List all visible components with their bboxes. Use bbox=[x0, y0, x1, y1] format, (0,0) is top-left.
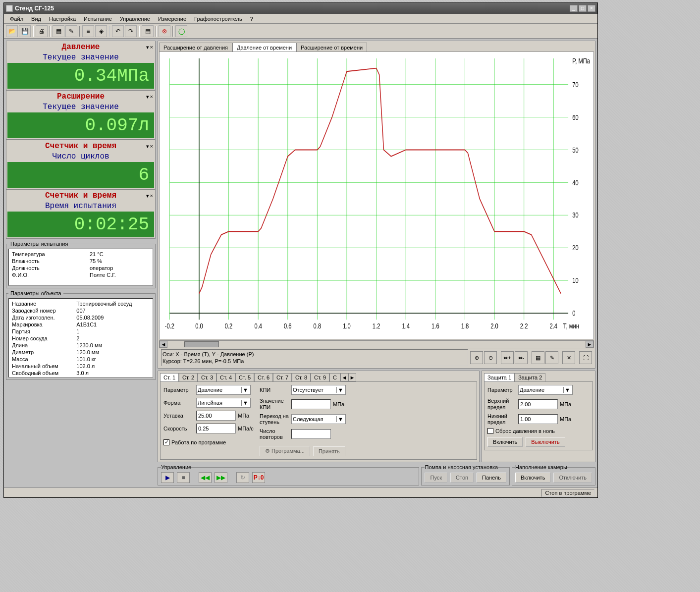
kpi-value-input[interactable] bbox=[291, 399, 331, 409]
menu-file[interactable]: Файл bbox=[7, 15, 26, 23]
tool-icon-2[interactable]: ✎ bbox=[65, 25, 77, 37]
step-tab-prev-icon[interactable]: ◄ bbox=[340, 373, 348, 381]
fill-off-button[interactable]: Отключить bbox=[553, 473, 592, 483]
work-by-program-checkbox[interactable]: ✓ bbox=[163, 439, 169, 445]
chart-tab-2[interactable]: Расширение от времени bbox=[296, 43, 367, 52]
step-tab-8[interactable]: Ст. 9 bbox=[311, 373, 329, 381]
table-row[interactable]: Заводской номер007 bbox=[11, 308, 151, 314]
prot-off-button[interactable]: Выключить bbox=[526, 437, 565, 447]
table-row[interactable]: Влажность75 % bbox=[11, 258, 151, 264]
table-row[interactable]: Температура21 °С bbox=[11, 251, 151, 257]
menu-control[interactable]: Управление bbox=[117, 15, 153, 23]
repeat-input[interactable] bbox=[291, 429, 331, 439]
step-param-select[interactable]: Давление▼ bbox=[196, 385, 251, 395]
zoom-x-out-icon[interactable]: ⇔- bbox=[515, 351, 528, 364]
table-row[interactable]: НазваниеТренировочный сосуд bbox=[11, 301, 151, 307]
print-icon[interactable]: 🖨 bbox=[36, 25, 48, 37]
zoom-edit-icon[interactable]: ✎ bbox=[545, 351, 558, 364]
stop-icon[interactable]: ■ bbox=[177, 472, 190, 483]
gauge-close-icon[interactable]: × bbox=[150, 94, 153, 100]
menu-settings[interactable]: Настройка bbox=[46, 15, 79, 23]
prot-on-button[interactable]: Включить bbox=[487, 437, 523, 447]
play-icon[interactable]: ▶ bbox=[161, 472, 174, 483]
tool-icon-3[interactable]: ≡ bbox=[82, 25, 94, 37]
menu-help[interactable]: ? bbox=[247, 15, 256, 23]
table-row[interactable]: МаркировкаА1В1С1 bbox=[11, 322, 151, 327]
step-tab-next-icon[interactable]: ► bbox=[348, 373, 356, 381]
forward-icon[interactable]: ▶▶ bbox=[215, 472, 227, 483]
scroll-left-icon[interactable]: ◄ bbox=[160, 341, 167, 348]
accept-button[interactable]: Принять bbox=[313, 446, 345, 456]
table-row[interactable]: Масса101.0 кг bbox=[11, 356, 151, 362]
table-row[interactable]: Номер сосуда2 bbox=[11, 335, 151, 341]
prot-lower-input[interactable] bbox=[518, 414, 558, 424]
zoom-x-in-icon[interactable]: ⇔+ bbox=[501, 351, 514, 364]
step-set-input[interactable] bbox=[196, 411, 236, 421]
step-speed-input[interactable] bbox=[196, 424, 236, 433]
refresh-icon[interactable]: ↻ bbox=[236, 472, 249, 483]
chart-tab-1[interactable]: Давление от времени bbox=[232, 43, 296, 52]
gauge-menu-icon[interactable]: ▾ bbox=[146, 44, 149, 51]
tool-icon-6[interactable]: ⊗ bbox=[159, 25, 170, 37]
prot-param-select[interactable]: Давление▼ bbox=[518, 385, 573, 395]
table-row[interactable]: Ф.И.О.Полте С.Г. bbox=[11, 272, 151, 278]
prot-upper-input[interactable] bbox=[518, 399, 558, 409]
table-row[interactable]: Должностьоператор bbox=[11, 265, 151, 271]
pump-stop-button[interactable]: Стоп bbox=[450, 473, 474, 483]
go-step-select[interactable]: Следующая▼ bbox=[291, 414, 346, 424]
tool-icon-5[interactable]: ▤ bbox=[142, 25, 154, 37]
gauge-close-icon[interactable]: × bbox=[150, 143, 153, 150]
menu-view[interactable]: Вид bbox=[28, 15, 44, 23]
prot-tab-1[interactable]: Защита 1 bbox=[484, 373, 515, 381]
step-tab-3[interactable]: Ст. 4 bbox=[216, 373, 235, 381]
tool-icon-7[interactable]: ◯ bbox=[175, 25, 187, 37]
chart-tab-0[interactable]: Расширение от давления bbox=[159, 43, 232, 52]
program-button[interactable]: ⚙ Программа... bbox=[260, 446, 310, 456]
undo-icon[interactable]: ↶ bbox=[112, 25, 124, 37]
step-tab-2[interactable]: Ст. 3 bbox=[198, 373, 216, 381]
minimize-button[interactable]: _ bbox=[570, 5, 578, 12]
zoom-in-icon[interactable]: ⊕ bbox=[470, 351, 483, 364]
zoom-out-icon[interactable]: ⊖ bbox=[484, 351, 497, 364]
gauge-menu-icon[interactable]: ▾ bbox=[146, 193, 149, 199]
table-row[interactable]: Длина1230.0 мм bbox=[11, 342, 151, 348]
reset-pressure-checkbox[interactable] bbox=[487, 428, 493, 434]
table-row[interactable]: Начальный объем102.0 л bbox=[11, 363, 151, 369]
scroll-right-icon[interactable]: ► bbox=[586, 341, 593, 348]
step-form-select[interactable]: Линейная▼ bbox=[196, 398, 251, 408]
gauge-menu-icon[interactable]: ▾ bbox=[146, 94, 149, 100]
close-button[interactable]: × bbox=[588, 5, 595, 12]
table-row[interactable]: Свободный объем3.0 л bbox=[11, 370, 151, 376]
step-tab-6[interactable]: Ст. 7 bbox=[273, 373, 292, 381]
step-tab-7[interactable]: Ст. 8 bbox=[292, 373, 311, 381]
zoom-reset-icon[interactable]: ✕ bbox=[562, 351, 575, 364]
prot-tab-2[interactable]: Защита 2 bbox=[515, 373, 545, 381]
fill-on-button[interactable]: Включить bbox=[515, 473, 550, 483]
step-tab-1[interactable]: Ст. 2 bbox=[179, 373, 198, 381]
rewind-icon[interactable]: ◀◀ bbox=[199, 472, 212, 483]
step-tab-9[interactable]: С bbox=[329, 373, 340, 381]
menu-measure[interactable]: Измерение bbox=[155, 15, 189, 23]
redo-icon[interactable]: ↷ bbox=[125, 25, 137, 37]
table-row[interactable]: Партия1 bbox=[11, 328, 151, 334]
tool-icon-1[interactable]: ▦ bbox=[53, 25, 64, 37]
gauge-close-icon[interactable]: × bbox=[150, 44, 153, 51]
scroll-thumb[interactable] bbox=[184, 341, 219, 347]
kpi-select[interactable]: Отсутствует▼ bbox=[291, 385, 346, 395]
step-tab-5[interactable]: Ст. 6 bbox=[254, 373, 273, 381]
save-icon[interactable]: 💾 bbox=[19, 25, 31, 37]
table-row[interactable]: Дата изготовлен.05.08.2009 bbox=[11, 315, 151, 321]
step-tab-0[interactable]: Ст. 1 bbox=[160, 373, 179, 381]
maximize-button[interactable]: □ bbox=[579, 5, 587, 12]
open-icon[interactable]: 📂 bbox=[6, 25, 18, 37]
gauge-menu-icon[interactable]: ▾ bbox=[146, 143, 149, 150]
menu-test[interactable]: Испытание bbox=[81, 15, 115, 23]
obj-params-list[interactable]: НазваниеТренировочный сосудЗаводской ном… bbox=[8, 298, 153, 377]
chart-hscroll[interactable]: ◄ ► bbox=[159, 340, 594, 348]
titlebar[interactable]: Стенд СГ-125 _ □ × bbox=[4, 3, 597, 14]
test-params-list[interactable]: Температура21 °СВлажность75 %Должностьоп… bbox=[8, 249, 153, 286]
table-row[interactable]: Диаметр120.0 мм bbox=[11, 349, 151, 355]
pump-start-button[interactable]: Пуск bbox=[425, 473, 447, 483]
gauge-close-icon[interactable]: × bbox=[150, 193, 153, 199]
zoom-fit-icon[interactable]: ⛶ bbox=[579, 351, 592, 364]
